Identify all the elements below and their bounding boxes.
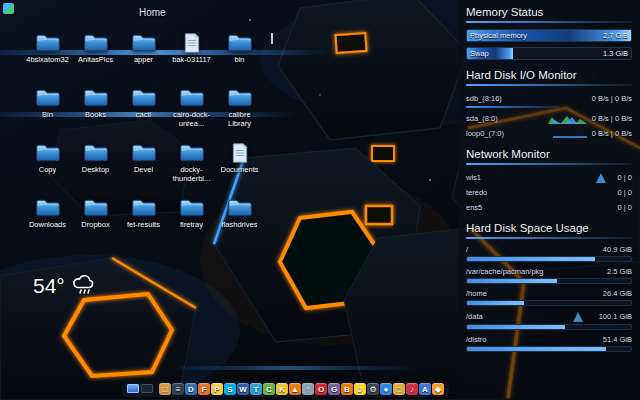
folder-icon xyxy=(35,140,61,164)
dock-icon-glyph: W xyxy=(239,385,247,394)
desktop-icon-apper[interactable]: apper xyxy=(120,30,167,85)
dock-icon-text-editor[interactable]: ≡ xyxy=(172,383,184,395)
rain-cloud-icon xyxy=(71,273,97,299)
disk-usage-value: 2.5 GiB xyxy=(607,267,632,276)
desktop-icon-label: bak-031117 xyxy=(172,55,211,64)
dock-icon-glyph: □ xyxy=(163,385,168,394)
dock-icon-media-player[interactable]: ♪ xyxy=(406,383,418,395)
folder-icon xyxy=(131,85,157,109)
folder-icon xyxy=(227,30,253,54)
disk-usage-value: 100.1 GiB xyxy=(599,312,632,321)
dock-icon-opera[interactable]: O xyxy=(315,383,327,395)
disk-row-distro: /distro51.4 GiB xyxy=(466,335,632,352)
folder-icon xyxy=(83,30,109,54)
desktop-icon-cacti[interactable]: cacti xyxy=(120,85,167,140)
dock-icon-cairo-dock[interactable]: ◆ xyxy=(432,383,444,395)
desktop-icon-documents[interactable]: Documents xyxy=(216,140,263,195)
dock-icon-vlc[interactable]: ▲ xyxy=(289,383,301,395)
monitor-label: teredo xyxy=(466,188,487,197)
dock-icon-thunderbird[interactable]: T xyxy=(250,383,262,395)
desktop-icon-bin[interactable]: Bin xyxy=(24,85,71,140)
workspace-pager[interactable] xyxy=(127,384,153,395)
folder-icon xyxy=(83,195,109,219)
desktop-icon-label: flashdrives xyxy=(222,220,258,229)
desktop-icon-docky-thunderbi[interactable]: docky-thunderbi... xyxy=(168,140,215,195)
dock-icon-glyph: J xyxy=(358,385,362,394)
dock: □≡DFPSWTCK▲↑OGBJ⚙●□♪A◆ xyxy=(122,381,449,397)
dock-icon-glyph: S xyxy=(227,385,232,394)
mount-point-label: / xyxy=(466,245,468,254)
folder-icon xyxy=(83,85,109,109)
file-icon xyxy=(182,30,202,54)
dock-icon-blue-app[interactable]: A xyxy=(419,383,431,395)
desktop-icon-desktop[interactable]: Desktop xyxy=(72,140,119,195)
dock-icon-glyph: A xyxy=(422,385,428,394)
folder-icon xyxy=(35,30,61,54)
desktop-icon-bak-031117[interactable]: bak-031117 xyxy=(168,30,215,85)
folder-icon xyxy=(227,85,253,109)
dock-icon-writer[interactable]: W xyxy=(237,383,249,395)
dock-icon-system-settings[interactable]: ⚙ xyxy=(367,383,379,395)
desktop-icon-firetray[interactable]: firetray xyxy=(168,195,215,250)
desktop-icon-books[interactable]: Books xyxy=(72,85,119,140)
folder-icon xyxy=(131,140,157,164)
weather-widget[interactable]: 54° xyxy=(33,273,97,299)
dock-icon-dev-tools[interactable]: D xyxy=(185,383,197,395)
section-underline xyxy=(466,163,632,165)
desktop-icon-cairo-dock-unrea[interactable]: cairo-dock-unrea... xyxy=(168,85,215,140)
text-cursor xyxy=(271,33,273,44)
desktop-icon-devel[interactable]: Devel xyxy=(120,140,167,195)
disk-row-home: /home26.4 GiB xyxy=(466,289,632,306)
desktop-icon-fet-results[interactable]: fet-results xyxy=(120,195,167,250)
desktop-toolbox-icon[interactable] xyxy=(3,3,14,14)
dock-icon-pidgin[interactable]: P xyxy=(211,383,223,395)
dock-icon-blender[interactable]: B xyxy=(341,383,353,395)
dock-icon-folder-open[interactable]: □ xyxy=(393,383,405,395)
folder-icon xyxy=(179,85,205,109)
desktop-icon-label: Books xyxy=(85,110,106,119)
desktop-icon-4bslxatom32[interactable]: 4bslxatom32 xyxy=(24,30,71,85)
dock-icon-firefox[interactable]: F xyxy=(198,383,210,395)
mount-point-label: /distro xyxy=(466,335,486,344)
desktop-icon-anitaspics[interactable]: AnitasPics xyxy=(72,30,119,85)
monitor-label: wls1 xyxy=(466,173,481,182)
folder-view-title[interactable]: Home xyxy=(139,7,166,18)
monitor-row-loop0-7-0: loop0_(7:0)0 B/s | 0 B/s xyxy=(466,127,632,139)
dock-icon-kate[interactable]: K xyxy=(276,383,288,395)
dock-icon-updates[interactable]: ↑ xyxy=(302,383,314,395)
section-underline xyxy=(466,21,632,23)
workspace-1[interactable] xyxy=(127,384,139,393)
desktop-icon-flashdrives[interactable]: flashdrives xyxy=(216,195,263,250)
dock-icon-glyph: ⚙ xyxy=(369,385,376,394)
panel-section-hard-disk-i-o-monitor: Hard Disk I/O Monitorsdb_(8:16)0 B/s | 0… xyxy=(466,69,632,139)
dock-icon-gimp[interactable]: G xyxy=(328,383,340,395)
monitor-row-teredo: teredo0 | 0 xyxy=(466,186,632,198)
folder-icon xyxy=(179,195,205,219)
workspace-2[interactable] xyxy=(141,384,153,393)
desktop-icon-copy[interactable]: Copy xyxy=(24,140,71,195)
monitor-row-sdb-8-16: sdb_(8:16)0 B/s | 0 B/s xyxy=(466,92,632,104)
disk-usage-value: 40.9 GiB xyxy=(603,245,632,254)
dock-icon-web-globe[interactable]: ● xyxy=(380,383,392,395)
dock-icon-chromium[interactable]: C xyxy=(263,383,275,395)
monitor-row-sda-8-0: sda_(8:0)0 B/s | 0 B/s xyxy=(466,112,632,124)
desktop-icon-dropbox[interactable]: Dropbox xyxy=(72,195,119,250)
monitor-label: sda_(8:0) xyxy=(466,114,498,123)
system-monitor-panel: Memory StatusPhysical memory2.7 GiBSwap1… xyxy=(458,0,640,400)
monitor-value: 0 B/s | 0 B/s xyxy=(592,114,632,123)
dock-icon-glyph: P xyxy=(214,385,219,394)
monitor-row-wls1: wls10 | 0 xyxy=(466,171,632,183)
dock-icon-glyph: O xyxy=(318,385,324,394)
dock-icon-java-app[interactable]: J xyxy=(354,383,366,395)
desktop-icon-bin[interactable]: bin xyxy=(216,30,263,85)
desktop-icon-downloads[interactable]: Downloads xyxy=(24,195,71,250)
dock-icon-skype[interactable]: S xyxy=(224,383,236,395)
desktop-icon-label: docky-thunderbi... xyxy=(169,165,215,183)
desktop-icon-calibre-library[interactable]: calibre Library xyxy=(216,85,263,140)
activity-graph xyxy=(587,172,613,183)
dock-icon-glyph: ↑ xyxy=(306,385,310,394)
activity-graph xyxy=(553,128,587,139)
monitor-value: 0 | 0 xyxy=(618,173,632,182)
dock-icon-glyph: ≡ xyxy=(176,385,181,394)
dock-icon-file-manager[interactable]: □ xyxy=(159,383,171,395)
